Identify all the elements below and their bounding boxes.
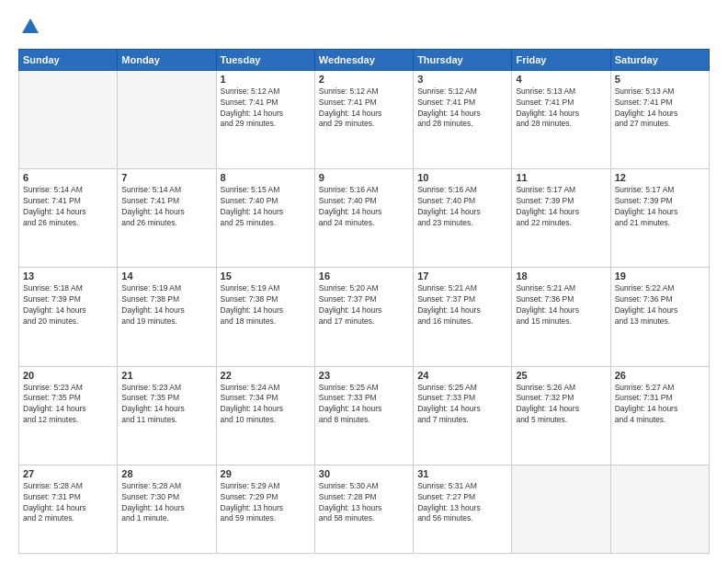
weekday-monday: Monday [118,49,216,70]
day-number: 15 [221,270,311,282]
day-info: Sunrise: 5:19 AM Sunset: 7:38 PM Dayligh… [221,283,311,327]
day-info: Sunrise: 5:19 AM Sunset: 7:38 PM Dayligh… [121,283,211,327]
calendar-cell: 11Sunrise: 5:17 AM Sunset: 7:39 PM Dayli… [512,169,610,268]
calendar-cell: 23Sunrise: 5:25 AM Sunset: 7:33 PM Dayli… [314,366,413,465]
day-info: Sunrise: 5:16 AM Sunset: 7:40 PM Dayligh… [417,185,507,229]
calendar-cell: 13Sunrise: 5:18 AM Sunset: 7:39 PM Dayli… [19,268,118,366]
calendar-cell: 22Sunrise: 5:24 AM Sunset: 7:34 PM Dayli… [216,366,314,465]
week-row-3: 13Sunrise: 5:18 AM Sunset: 7:39 PM Dayli… [19,268,710,366]
day-number: 28 [121,468,211,479]
calendar-cell: 15Sunrise: 5:19 AM Sunset: 7:38 PM Dayli… [216,268,314,366]
calendar-cell: 19Sunrise: 5:22 AM Sunset: 7:36 PM Dayli… [610,268,709,366]
day-info: Sunrise: 5:29 AM Sunset: 7:29 PM Dayligh… [221,481,311,525]
day-number: 14 [121,270,211,282]
day-number: 27 [23,468,113,479]
day-number: 11 [516,172,606,183]
calendar-cell: 14Sunrise: 5:19 AM Sunset: 7:38 PM Dayli… [118,268,216,366]
day-info: Sunrise: 5:30 AM Sunset: 7:28 PM Dayligh… [319,481,409,525]
day-number: 5 [615,74,705,85]
day-number: 10 [417,172,507,183]
day-number: 21 [121,370,211,381]
weekday-thursday: Thursday [414,49,512,70]
weekday-tuesday: Tuesday [216,49,314,70]
day-number: 22 [221,370,311,381]
calendar-cell: 25Sunrise: 5:26 AM Sunset: 7:32 PM Dayli… [512,366,610,465]
calendar-cell: 16Sunrise: 5:20 AM Sunset: 7:37 PM Dayli… [314,268,413,366]
week-row-4: 20Sunrise: 5:23 AM Sunset: 7:35 PM Dayli… [19,366,710,465]
day-number: 16 [319,270,409,282]
header [18,17,710,41]
day-info: Sunrise: 5:14 AM Sunset: 7:41 PM Dayligh… [121,185,211,229]
day-info: Sunrise: 5:21 AM Sunset: 7:37 PM Dayligh… [417,283,507,327]
calendar-cell: 31Sunrise: 5:31 AM Sunset: 7:27 PM Dayli… [414,465,512,553]
calendar-cell: 1Sunrise: 5:12 AM Sunset: 7:41 PM Daylig… [216,70,314,168]
day-number: 25 [516,370,606,381]
day-info: Sunrise: 5:27 AM Sunset: 7:31 PM Dayligh… [615,383,705,427]
day-number: 3 [417,74,507,85]
day-info: Sunrise: 5:12 AM Sunset: 7:41 PM Dayligh… [221,86,311,131]
calendar-cell: 28Sunrise: 5:28 AM Sunset: 7:30 PM Dayli… [118,465,216,553]
calendar-cell [19,70,118,168]
calendar-cell [118,70,216,168]
calendar-cell: 2Sunrise: 5:12 AM Sunset: 7:41 PM Daylig… [314,70,413,168]
day-number: 18 [516,270,606,282]
page: SundayMondayTuesdayWednesdayThursdayFrid… [0,0,728,563]
day-info: Sunrise: 5:31 AM Sunset: 7:27 PM Dayligh… [417,481,507,525]
day-info: Sunrise: 5:12 AM Sunset: 7:41 PM Dayligh… [319,86,409,131]
day-info: Sunrise: 5:24 AM Sunset: 7:34 PM Dayligh… [221,383,311,427]
day-info: Sunrise: 5:25 AM Sunset: 7:33 PM Dayligh… [417,383,507,427]
day-info: Sunrise: 5:22 AM Sunset: 7:36 PM Dayligh… [615,283,705,327]
day-number: 20 [23,370,113,381]
calendar-cell [610,465,709,553]
day-number: 23 [319,370,409,381]
day-number: 4 [516,74,606,85]
calendar-cell: 4Sunrise: 5:13 AM Sunset: 7:41 PM Daylig… [512,70,610,168]
day-number: 31 [417,468,507,479]
day-info: Sunrise: 5:18 AM Sunset: 7:39 PM Dayligh… [23,283,113,327]
week-row-5: 27Sunrise: 5:28 AM Sunset: 7:31 PM Dayli… [19,465,710,553]
day-info: Sunrise: 5:14 AM Sunset: 7:41 PM Dayligh… [23,185,113,229]
day-number: 7 [121,172,211,183]
calendar-cell: 26Sunrise: 5:27 AM Sunset: 7:31 PM Dayli… [610,366,709,465]
day-info: Sunrise: 5:20 AM Sunset: 7:37 PM Dayligh… [319,283,409,327]
calendar-cell: 10Sunrise: 5:16 AM Sunset: 7:40 PM Dayli… [414,169,512,268]
calendar-cell: 30Sunrise: 5:30 AM Sunset: 7:28 PM Dayli… [314,465,413,553]
day-info: Sunrise: 5:15 AM Sunset: 7:40 PM Dayligh… [221,185,311,229]
calendar-cell: 20Sunrise: 5:23 AM Sunset: 7:35 PM Dayli… [19,366,118,465]
logo-icon [20,17,40,37]
day-info: Sunrise: 5:21 AM Sunset: 7:36 PM Dayligh… [516,283,606,327]
calendar-cell: 17Sunrise: 5:21 AM Sunset: 7:37 PM Dayli… [414,268,512,366]
day-number: 29 [221,468,311,479]
weekday-friday: Friday [512,49,610,70]
day-info: Sunrise: 5:13 AM Sunset: 7:41 PM Dayligh… [516,86,606,131]
calendar-cell: 12Sunrise: 5:17 AM Sunset: 7:39 PM Dayli… [610,169,709,268]
calendar-cell [512,465,610,553]
day-info: Sunrise: 5:25 AM Sunset: 7:33 PM Dayligh… [319,383,409,427]
calendar-cell: 21Sunrise: 5:23 AM Sunset: 7:35 PM Dayli… [118,366,216,465]
calendar-cell: 8Sunrise: 5:15 AM Sunset: 7:40 PM Daylig… [216,169,314,268]
day-info: Sunrise: 5:26 AM Sunset: 7:32 PM Dayligh… [516,383,606,427]
week-row-1: 1Sunrise: 5:12 AM Sunset: 7:41 PM Daylig… [19,70,710,168]
calendar-cell: 29Sunrise: 5:29 AM Sunset: 7:29 PM Dayli… [216,465,314,553]
day-info: Sunrise: 5:28 AM Sunset: 7:31 PM Dayligh… [23,481,113,525]
calendar-cell: 7Sunrise: 5:14 AM Sunset: 7:41 PM Daylig… [118,169,216,268]
weekday-saturday: Saturday [610,49,709,70]
day-number: 19 [615,270,705,282]
weekday-sunday: Sunday [19,49,118,70]
day-info: Sunrise: 5:13 AM Sunset: 7:41 PM Dayligh… [615,86,705,131]
day-number: 24 [417,370,507,381]
day-info: Sunrise: 5:16 AM Sunset: 7:40 PM Dayligh… [319,185,409,229]
calendar-cell: 3Sunrise: 5:12 AM Sunset: 7:41 PM Daylig… [414,70,512,168]
day-info: Sunrise: 5:17 AM Sunset: 7:39 PM Dayligh… [516,185,606,229]
calendar-cell: 9Sunrise: 5:16 AM Sunset: 7:40 PM Daylig… [314,169,413,268]
weekday-wednesday: Wednesday [314,49,413,70]
calendar-table: SundayMondayTuesdayWednesdayThursdayFrid… [18,49,710,554]
weekday-header-row: SundayMondayTuesdayWednesdayThursdayFrid… [19,49,710,70]
day-number: 2 [319,74,409,85]
day-info: Sunrise: 5:12 AM Sunset: 7:41 PM Dayligh… [417,86,507,131]
calendar-cell: 18Sunrise: 5:21 AM Sunset: 7:36 PM Dayli… [512,268,610,366]
calendar-cell: 6Sunrise: 5:14 AM Sunset: 7:41 PM Daylig… [19,169,118,268]
day-number: 1 [221,74,311,85]
day-number: 26 [615,370,705,381]
svg-marker-0 [22,18,39,33]
